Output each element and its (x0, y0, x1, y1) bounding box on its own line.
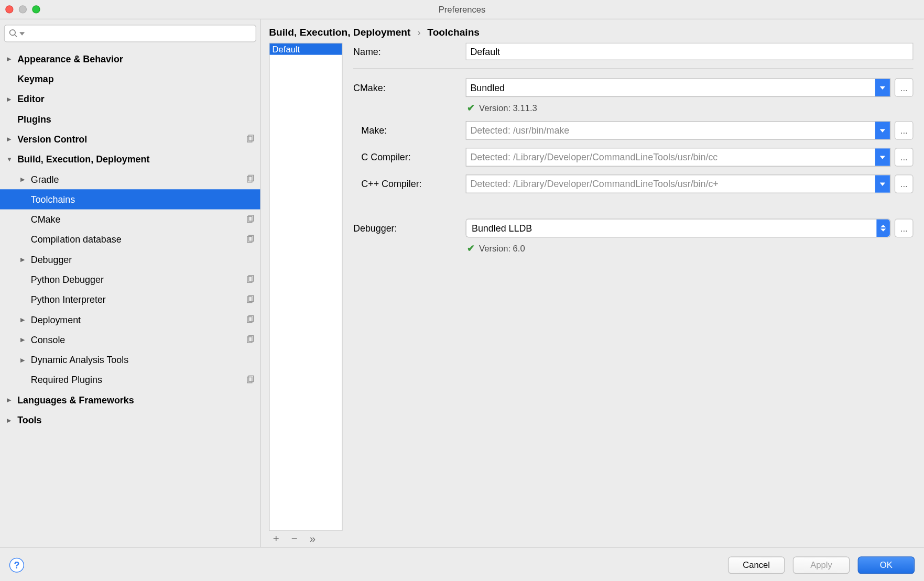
make-combobox[interactable]: Detected: /usr/bin/make (466, 121, 891, 140)
cxx-compiler-browse-button[interactable]: ... (895, 174, 914, 193)
chevron-right-icon: ▶ (5, 135, 13, 143)
toolchain-profiles-list[interactable]: Default (269, 43, 342, 531)
make-placeholder: Detected: /usr/bin/make (466, 125, 875, 136)
sidebar-item-gradle[interactable]: ▶Gradle (0, 169, 260, 189)
sidebar-item-python-debugger[interactable]: ▶Python Debugger (0, 269, 260, 289)
updown-icon[interactable] (876, 220, 890, 237)
sidebar-item-cmake[interactable]: ▶CMake (0, 210, 260, 229)
window-title: Preferences (0, 4, 924, 14)
debugger-version-text: Version: 6.0 (479, 243, 525, 253)
c-compiler-browse-button[interactable]: ... (895, 148, 914, 167)
copy-icon (246, 375, 255, 385)
sidebar-item-label: Python Interpreter (31, 294, 246, 305)
check-icon: ✔ (467, 243, 475, 253)
footer: ? Cancel Apply OK (0, 547, 924, 581)
sidebar-item-console[interactable]: ▶Console (0, 330, 260, 349)
breadcrumb-parent[interactable]: Build, Execution, Deployment (269, 26, 410, 38)
chevron-right-icon: ▶ (19, 316, 27, 324)
chevron-down-icon[interactable] (875, 175, 890, 192)
sidebar-item-required-plugins[interactable]: ▶Required Plugins (0, 370, 260, 390)
breadcrumb-current: Toolchains (427, 26, 480, 38)
search-options-caret-icon[interactable] (19, 32, 25, 35)
traffic-lights (5, 5, 40, 13)
debugger-select[interactable]: Bundled LLDB (466, 218, 891, 237)
cmake-label: CMake: (353, 82, 460, 93)
apply-button[interactable]: Apply (793, 556, 850, 573)
copy-icon (246, 135, 255, 144)
cmake-status: ✔ Version: 3.11.3 (467, 102, 913, 113)
chevron-right-icon: ▶ (19, 175, 27, 183)
chevron-right-icon: ▶ (5, 396, 13, 404)
preferences-window: Preferences ▶Appearance & Behavior▶Keyma… (0, 0, 924, 581)
debugger-browse-button[interactable]: ... (895, 218, 914, 237)
cmake-version-text: Version: 3.11.3 (479, 103, 537, 113)
sidebar-item-compilation-database[interactable]: ▶Compilation database (0, 229, 260, 249)
sidebar-item-label: Appearance & Behavior (17, 53, 255, 64)
sidebar-item-label: CMake (31, 214, 246, 225)
cmake-combobox[interactable]: Bundled (466, 78, 891, 97)
more-profile-actions-button[interactable]: » (310, 533, 316, 545)
sidebar-item-label: Debugger (31, 254, 255, 265)
sidebar-item-toolchains[interactable]: ▶Toolchains (0, 189, 260, 209)
copy-icon (246, 235, 255, 244)
c-compiler-combobox[interactable]: Detected: /Library/Developer/CommandLine… (466, 148, 891, 167)
remove-profile-button[interactable]: − (291, 533, 298, 545)
sidebar-item-appearance-behavior[interactable]: ▶Appearance & Behavior (0, 49, 260, 69)
sidebar-item-label: Required Plugins (31, 375, 246, 385)
cxx-compiler-label: C++ Compiler: (353, 179, 460, 189)
cmake-browse-button[interactable]: ... (895, 78, 914, 97)
sidebar-item-label: Gradle (31, 174, 246, 184)
sidebar-item-label: Tools (17, 414, 255, 425)
close-window-button[interactable] (5, 5, 13, 13)
zoom-window-button[interactable] (32, 5, 40, 13)
sidebar-item-dynamic-analysis-tools[interactable]: ▶Dynamic Analysis Tools (0, 350, 260, 370)
chevron-down-icon[interactable] (875, 148, 890, 166)
add-profile-button[interactable]: + (273, 533, 279, 545)
sidebar-item-build-execution-deployment[interactable]: ▼Build, Execution, Deployment (0, 149, 260, 169)
cxx-compiler-placeholder: Detected: /Library/Developer/CommandLine… (466, 179, 875, 189)
make-browse-button[interactable]: ... (895, 121, 914, 140)
sidebar-item-label: Python Debugger (31, 274, 246, 284)
sidebar-item-debugger[interactable]: ▶Debugger (0, 249, 260, 269)
sidebar-item-editor[interactable]: ▶Editor (0, 89, 260, 109)
sidebar-item-label: Toolchains (31, 194, 255, 204)
sidebar-item-label: Build, Execution, Deployment (17, 154, 255, 165)
copy-icon (246, 335, 255, 345)
chevron-down-icon[interactable] (875, 79, 890, 96)
search-icon (9, 29, 18, 38)
ok-button[interactable]: OK (858, 556, 915, 573)
chevron-right-icon: ▶ (19, 336, 27, 344)
toolchain-form: Name: CMake: Bundled (351, 43, 916, 547)
sidebar-item-keymap[interactable]: ▶Keymap (0, 69, 260, 89)
cancel-button[interactable]: Cancel (728, 556, 785, 573)
sidebar-item-tools[interactable]: ▶Tools (0, 410, 260, 430)
sidebar-item-label: Editor (17, 94, 255, 104)
copy-icon (246, 275, 255, 284)
settings-tree: ▶Appearance & Behavior▶Keymap▶Editor▶Plu… (0, 48, 260, 547)
sidebar-item-label: Plugins (17, 114, 255, 124)
name-field[interactable] (466, 43, 914, 60)
search-input[interactable] (4, 25, 256, 42)
cmake-value: Bundled (466, 82, 875, 93)
minimize-window-button[interactable] (19, 5, 27, 13)
sidebar-item-deployment[interactable]: ▶Deployment (0, 310, 260, 330)
sidebar-item-label: Keymap (17, 73, 255, 84)
chevron-right-icon: › (417, 26, 420, 38)
sidebar-item-version-control[interactable]: ▶Version Control (0, 129, 260, 149)
content-pane: Build, Execution, Deployment › Toolchain… (261, 19, 924, 547)
make-label: Make: (353, 125, 460, 136)
sidebar: ▶Appearance & Behavior▶Keymap▶Editor▶Plu… (0, 19, 261, 547)
cxx-compiler-combobox[interactable]: Detected: /Library/Developer/CommandLine… (466, 174, 891, 193)
sidebar-item-python-interpreter[interactable]: ▶Python Interpreter (0, 290, 260, 310)
c-compiler-label: C Compiler: (353, 152, 460, 162)
help-button[interactable]: ? (9, 557, 24, 572)
debugger-status: ✔ Version: 6.0 (467, 243, 913, 253)
sidebar-item-plugins[interactable]: ▶Plugins (0, 109, 260, 129)
sidebar-item-languages-frameworks[interactable]: ▶Languages & Frameworks (0, 390, 260, 410)
divider (353, 68, 914, 69)
chevron-down-icon[interactable] (875, 122, 890, 139)
chevron-right-icon: ▶ (5, 55, 13, 63)
copy-icon (246, 215, 255, 224)
debugger-label: Debugger: (353, 223, 460, 233)
profile-item-default[interactable]: Default (269, 43, 342, 55)
